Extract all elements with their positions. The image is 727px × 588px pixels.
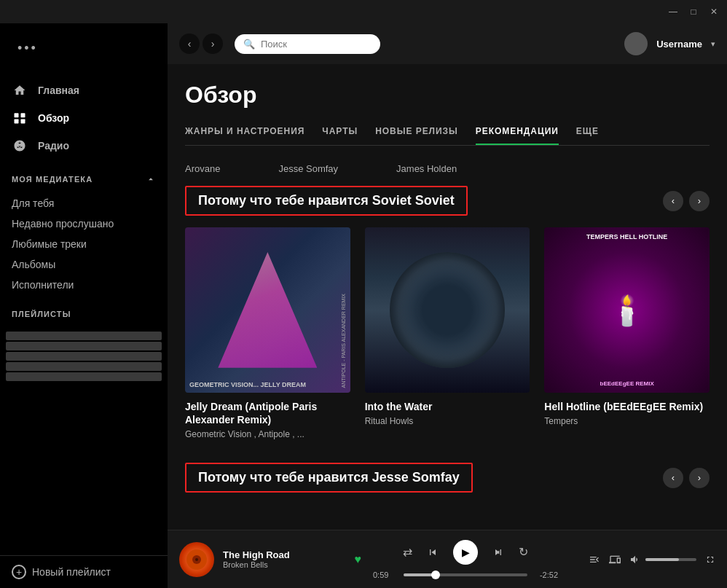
nav-arrows: ‹ › [179,34,223,54]
library-link-albums[interactable]: Альбомы [0,254,168,275]
queue-button[interactable] [589,554,600,565]
artist-name-1[interactable]: Jesse Somfay [278,163,338,174]
volume-row [629,554,696,565]
chevron-down-icon[interactable]: ▾ [711,39,715,49]
tab-charts[interactable]: ЧАРТЫ [322,120,358,145]
card-subtitle-jelly-dream: Geometric Vision , Antipole , ... [185,429,350,439]
album-art-jelly-dream: GEOMETRIC VISION... JELLY DREAM ANTIPOLE… [185,227,350,393]
section-prev-button-jesse[interactable]: ‹ [663,468,683,488]
card-subtitle-hell-hotline: Tempers [544,416,710,426]
sidebar-item-radio[interactable]: Радио [0,132,168,160]
forward-button[interactable]: › [203,34,223,54]
art-text-bottom: bEEdEEgEE REMIX [600,380,654,387]
fullscreen-button[interactable] [705,554,715,565]
user-name: Username [656,39,702,50]
search-box[interactable]: 🔍 [235,34,380,54]
topbar-right: Username ▾ [624,32,715,55]
svg-rect-1 [21,113,25,117]
radio-icon [12,138,28,154]
section-heading-row: Потому что тебе нравится Soviet Soviet ‹… [185,186,710,216]
page-title: Обзор [185,64,710,120]
art-label-2: ANTIPOLE - PARIS ALEXANDER REMIX [341,294,346,388]
library-link-artists[interactable]: Исполнители [0,275,168,295]
sidebar: ••• Главная [0,23,168,588]
sidebar-item-browse[interactable]: Обзор [0,104,168,132]
sidebar-dots[interactable]: ••• [6,35,162,68]
radio-label: Радио [38,140,69,152]
repeat-button[interactable]: ↻ [519,545,528,559]
title-bar: — □ ✕ [0,0,727,23]
library-link-liked-tracks[interactable]: Любимые треки [0,234,168,254]
art-chandelier: 🕯️ [609,294,645,328]
minimize-button[interactable]: — [666,4,680,19]
browse-label: Обзор [38,112,69,124]
browse-icon [12,110,28,126]
plus-icon: + [12,565,26,579]
library-link-for-you[interactable]: Для тебя [0,193,168,213]
artist-name-0[interactable]: Arovane [185,163,220,174]
section-next-button[interactable]: › [689,191,710,211]
playlists-list [0,324,168,555]
card-into-water[interactable]: Into the Water Ritual Howls [365,227,530,439]
progress-track[interactable] [404,573,527,576]
new-playlist-label: Новый плейлист [32,566,111,578]
tab-recommendations[interactable]: РЕКОМЕНДАЦИИ [476,120,559,145]
card-jelly-dream[interactable]: GEOMETRIC VISION... JELLY DREAM ANTIPOLE… [185,227,350,439]
section-nav-soviet: ‹ › [663,191,710,211]
play-button[interactable]: ▶ [453,540,478,565]
back-button[interactable]: ‹ [179,34,200,54]
search-input[interactable] [261,39,363,50]
sidebar-nav: Главная Обзор [0,74,168,162]
section-heading-soviet: Потому что тебе нравится Soviet Soviet [185,186,468,216]
player-track-title: The High Road [223,549,340,560]
maximize-button[interactable]: □ [686,4,701,19]
section-prev-button[interactable]: ‹ [663,191,683,211]
app-container: ••• Главная [0,23,727,588]
card-image-into-water [365,227,530,393]
new-playlist-button[interactable]: + Новый плейлист [0,555,168,588]
home-icon [12,82,28,98]
card-title-into-water: Into the Water [365,400,530,413]
list-item[interactable] [6,362,162,371]
progress-fill [404,573,436,576]
shuffle-button[interactable]: ⇄ [403,545,412,559]
volume-fill [645,558,679,561]
svg-rect-0 [15,113,19,117]
tab-genres[interactable]: ЖАНРЫ И НАСТРОЕНИЯ [185,120,304,145]
artist-name-2[interactable]: James Holden [396,163,457,174]
svg-point-8 [195,558,198,561]
art-label-1: GEOMETRIC VISION... JELLY DREAM [189,381,306,388]
sidebar-item-home[interactable]: Главная [0,77,168,104]
topbar: ‹ › 🔍 Username ▾ [168,23,727,64]
list-item[interactable] [6,372,162,381]
next-button[interactable] [492,546,504,558]
player-track: The High Road Broken Bells ♥ [179,542,361,577]
close-button[interactable]: ✕ [707,4,721,19]
card-subtitle-into-water: Ritual Howls [365,416,530,426]
tab-more[interactable]: ЕЩЕ [576,120,599,145]
devices-button[interactable] [609,554,621,565]
section-heading-row-jesse: Потому что тебе нравится Jesse Somfay ‹ … [185,463,710,493]
list-item[interactable] [6,352,162,361]
tab-new-releases[interactable]: НОВЫЕ РЕЛИЗЫ [375,120,458,145]
like-button[interactable]: ♥ [355,553,362,566]
library-link-recently-played[interactable]: Недавно прослушано [0,213,168,234]
prev-button[interactable] [427,546,439,558]
section-jesse: Потому что тебе нравится Jesse Somfay ‹ … [185,463,710,493]
section-next-button-jesse[interactable]: › [689,468,710,488]
list-item[interactable] [6,332,162,340]
player-controls: ⇄ ▶ ↻ [403,540,528,565]
page: Обзор ЖАНРЫ И НАСТРОЕНИЯ ЧАРТЫ НОВЫЕ РЕЛ… [168,64,727,530]
card-hell-hotline[interactable]: TEMPERS HELL HOTLINE 🕯️ bEEdEEgEE REMIX … [544,227,710,439]
list-item[interactable] [6,342,162,350]
avatar [624,32,648,55]
album-art-hell-hotline: TEMPERS HELL HOTLINE 🕯️ bEEdEEgEE REMIX [544,227,710,393]
section-nav-jesse: ‹ › [663,468,710,488]
my-library-header: МОЯ МЕДИАТЕКА [0,162,168,190]
volume-track[interactable] [645,558,696,561]
home-label: Главная [38,85,79,96]
volume-button[interactable] [629,554,641,565]
main-content: ‹ › 🔍 Username ▾ Обзор ЖАНРЫ И НАСТРОЕНИ… [168,23,727,588]
card-title-jelly-dream: Jelly Dream (Antipole Paris Alexander Re… [185,400,350,426]
art-text-top: TEMPERS HELL HOTLINE [586,233,667,241]
